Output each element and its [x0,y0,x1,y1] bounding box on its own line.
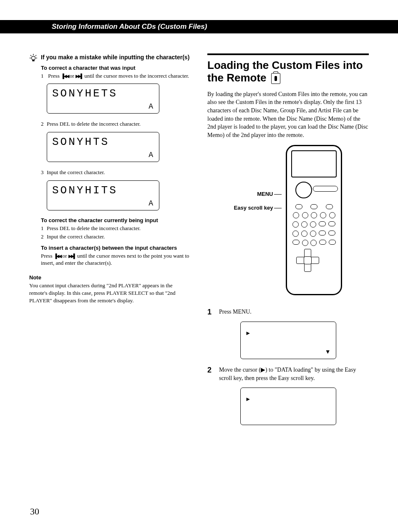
section-body: By loading the player's stored Custom Fi… [207,90,369,139]
insert-heading: To insert a character(s) between the inp… [41,245,191,251]
svg-line-3 [35,55,36,56]
step-2: 2Press DEL to delete the incorrect chara… [41,120,191,128]
prev-icon: ▐◀◀ [54,253,61,258]
section-header: Storing Information About CDs (Custom Fi… [0,20,398,33]
insert-text: Press ▐◀◀ or ▶▶▌ until the cursor moves … [41,252,191,267]
display-2: SONYHTS A [47,132,159,162]
remote-device [286,145,342,295]
page-number: 30 [30,506,39,517]
remote-icon [271,73,280,84]
cc-step-2: 2Input the correct character. [41,233,191,241]
section-header-title: Storing Information About CDs (Custom Fi… [6,23,392,31]
next-icon: ▶▶▌ [76,73,83,79]
menu-label: MENU [257,191,273,197]
remote-bar [313,186,338,192]
tip-icon [29,53,38,65]
correct-current-heading: To correct the character currently being… [41,217,191,223]
step-1: 1 Press ▐◀◀ or ▶▶▌ until the cursor move… [41,72,191,80]
note-heading: Note [29,274,191,281]
next-icon: ▶▶▌ [68,253,76,258]
tip-title: If you make a mistake while inputting th… [41,53,191,61]
svg-point-0 [32,56,35,60]
remote-screen [291,150,337,177]
right-step-2: 2 Move the cursor (▶) to "DATA loading" … [207,366,369,382]
step-3: 3Input the correct character. [41,169,191,176]
section-title: Loading the Custom Files into the Remote [207,59,369,84]
easy-scroll-label: Easy scroll key [234,205,273,211]
remote-diagram: MENU Easy scroll key [207,145,369,299]
right-step-1: 1 Press MENU. [207,308,369,317]
down-arrow-icon: ▼ [325,349,331,355]
svg-line-2 [30,55,31,56]
left-column: If you make a mistake while inputting th… [29,53,191,432]
display-1: SONYHETS A [47,84,159,114]
correct-input-heading: To correct a character that was input [41,65,191,71]
cursor-icon: ▶ [247,329,250,337]
remote-dpad [296,249,319,272]
play-icon: ▶ [261,367,265,373]
cc-step-1: 1Press DEL to delete the incorrect chara… [41,225,191,232]
remote-wheel [295,182,312,198]
display-3: SONYHITS A [47,180,159,210]
right-column: Loading the Custom Files into the Remote… [207,53,369,432]
note-text: You cannot input characters during "2nd … [29,282,191,305]
prev-icon: ▐◀◀ [61,73,68,79]
right-display-1: ▶ ▼ [240,322,336,359]
section-rule [207,53,369,55]
right-display-2: ▶ [240,388,336,425]
remote-labels: MENU Easy scroll key [234,145,282,212]
cursor-icon: ▶ [247,395,250,403]
